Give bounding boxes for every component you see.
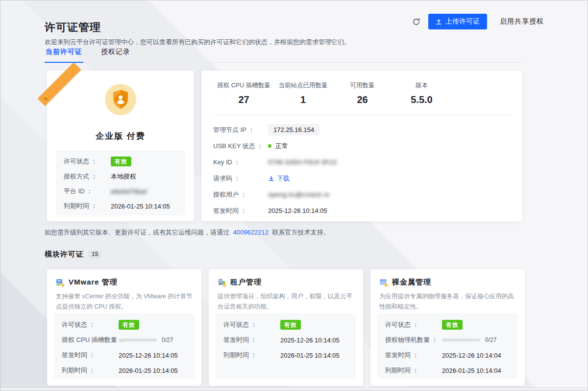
notice-text-before: 如您需升级到其它版本、更新许可证，或有其它运维问题，请通过 [45,229,229,236]
module-expire-time-value: 2026-01-25 10:14:05 [280,352,340,359]
auth-mode-label: 授权方式 ： [64,172,111,181]
module-expire-time-value: 2026-01-25 10:14:05 [119,367,178,374]
divider [213,115,511,115]
module-card-header: VMware 管理 [47,269,201,287]
module-issue-time-value: 2025-12-26 10:14:05 [119,352,178,359]
key-id-label: Key ID ： [213,158,268,167]
module-status-row: 许可状态 ： 有效 [385,320,510,330]
module-card-details: 许可状态 ： 有效 授权 CPU 插槽数量 ： 0/27 签发时间 ： 2025… [54,313,195,379]
module-issue-time-label: 签发时间 ： [223,336,280,344]
module-issue-time-row: 签发时间 ： 2025-12-26 10:14:04 [385,350,510,360]
module-issue-time-value: 2025-12-26 10:14:05 [280,337,340,344]
upload-license-button[interactable]: 上传许可证 [428,14,487,29]
module-card-vmware: VMware 管理 支持接管 vCenter 的全功能，为 VMware 的计算… [47,269,201,386]
upload-icon [436,19,442,25]
usage-progress: 0/27 [119,337,173,343]
license-edition: 企业版 付费 [47,130,194,142]
download-request-code-link[interactable]: 下载 [268,174,290,183]
issue-time-row: 签发时间 ： 2025-12-26 10:14:05 [213,203,511,219]
key-id-value-masked: 0746 D45A F819 3F23 [268,158,337,166]
download-label: 下载 [277,174,290,183]
expire-time-value: 2026-01-25 10:14:05 [111,203,170,210]
stat-used-count: 当前站点已用数量 1 [273,81,333,105]
module-card-header: 裸金属管理 [370,269,525,287]
module-expire-time-row: 到期时间 ： 2026-01-25 10:14:05 [62,365,187,375]
tenant-module-icon [218,278,226,287]
usage-progress: 0/27 [442,337,496,343]
stat-value: 26 [333,94,392,105]
enable-shared-auth-button[interactable]: 启用共享授权 [497,17,547,26]
module-card-title: 租户管理 [230,278,262,287]
status-badge: 有效 [119,320,139,330]
module-status-label: 许可状态 ： [62,320,119,329]
shield-user-icon [105,84,136,117]
module-expire-time-row: 到期时间 ： 2026-01-25 10:14:05 [223,350,348,360]
request-code-label: 请求码 ： [213,174,268,183]
support-notice: 如您需升级到其它版本、更新许可证，或有其它运维问题，请通过 4009622212… [45,228,330,237]
tab-current-license[interactable]: 当前许可证 [45,45,83,63]
progress-bar [442,339,480,341]
tab-bar: 当前许可证 授权记录 [45,45,522,63]
issue-time-value: 2025-12-26 10:14:05 [268,207,327,214]
corner-ribbon-fold [43,98,47,101]
download-icon [268,175,274,182]
module-expire-time-label: 到期时间 ： [385,366,442,375]
module-usage-row: 授权 CPU 插槽数量 ： 0/27 [62,335,187,345]
stat-available-count: 可用数量 26 [333,81,392,105]
status-badge: 有效 [111,156,131,166]
module-usage-label: 授权 CPU 插槽数量 ： [62,336,119,344]
mgmt-ip-row: 管理节点 IP ： 172.25.16.154 [213,122,511,138]
mgmt-ip-value: 172.25.16.154 [268,124,319,135]
stat-label: 当前站点已用数量 [273,81,333,90]
module-card-details: 许可状态 ： 有效 授权物理机数量 ： 0/27 签发时间 ： 2025-12-… [377,313,518,379]
module-expire-time-label: 到期时间 ： [223,351,280,360]
module-section-header: 模块许可证 15 [45,250,102,259]
status-badge: 有效 [280,320,301,330]
module-card-tenant: 租户管理 提供管理项目，组织架构，用户，权限，以及云平台运营相关的功能。 许可状… [209,269,363,386]
module-card-title: VMware 管理 [69,278,118,287]
module-usage-row: 授权物理机数量 ： 0/27 [385,335,510,345]
auth-user-label: 授权用户 ： [213,190,268,199]
module-card-baremetal: 裸金属管理 为应用提供专属的物理服务器，保证核心应用的高性能和稳定性。 许可状态… [370,269,525,386]
stat-value: 27 [214,94,273,105]
stat-label: 版本 [392,81,451,90]
expire-time-label: 到期时间 ： [64,202,111,210]
license-status-row: 许可状态 ： 有效 [64,156,177,166]
license-management-page: 许可证管理 上传许可证 启用共享授权 欢迎来到云平台许可证管理中心，您可以查看所… [0,0,588,391]
stat-value: 5.5.0 [392,94,451,105]
module-card-title: 裸金属管理 [392,278,431,287]
tab-auth-records[interactable]: 授权记录 [100,45,131,62]
auth-mode-row: 授权方式 ： 本地授权 [64,172,177,181]
refresh-icon [412,18,420,26]
stat-label: 可用数量 [333,81,392,90]
auth-user-value-masked: zpeng.liu@cstack.io [268,191,329,198]
bottom-edge [0,388,588,391]
module-card-description: 为应用提供专属的物理服务器，保证核心应用的高性能和稳定性。 [370,287,525,312]
stat-label: 授权 CPU 插槽数量 [214,81,273,90]
license-detail-rows: 管理节点 IP ： 172.25.16.154 USB KEY 状态 ： 正常 … [213,122,511,219]
progress-bar [119,339,157,341]
status-badge: 有效 [442,320,463,330]
module-usage-label: 授权物理机数量 ： [385,336,442,344]
usb-key-status-row: USB KEY 状态 ： 正常 [213,138,511,154]
module-issue-time-label: 签发时间 ： [62,351,119,360]
page-title: 许可证管理 [45,20,101,35]
expire-time-row: 到期时间 ： 2026-01-25 10:14:05 [64,202,177,210]
status-dot-icon [268,144,271,148]
module-expire-time-label: 到期时间 ： [62,366,119,375]
license-status-label: 许可状态 ： [64,157,111,166]
platform-id-value-masked: e6e5d75baf [111,188,147,195]
module-count-badge: 15 [88,250,102,259]
stat-value: 1 [273,94,333,105]
module-issue-time-value: 2025-12-26 10:14:04 [442,352,501,359]
header-actions: 上传许可证 启用共享授权 [410,14,547,29]
refresh-button[interactable] [410,16,422,28]
platform-id-row: 平台 ID ： e6e5d75baf [64,187,177,196]
stat-cpu-sockets: 授权 CPU 插槽数量 27 [214,81,273,105]
mgmt-ip-label: 管理节点 IP ： [213,126,268,134]
support-phone-link[interactable]: 4009622212 [233,229,269,236]
baremetal-module-icon [379,278,388,287]
usb-key-status-value: 正常 [275,142,288,151]
module-card-description: 支持接管 vCenter 的全功能，为 VMware 的计算节点提供独立的 CP… [47,287,201,312]
module-status-row: 许可状态 ： 有效 [62,320,187,330]
